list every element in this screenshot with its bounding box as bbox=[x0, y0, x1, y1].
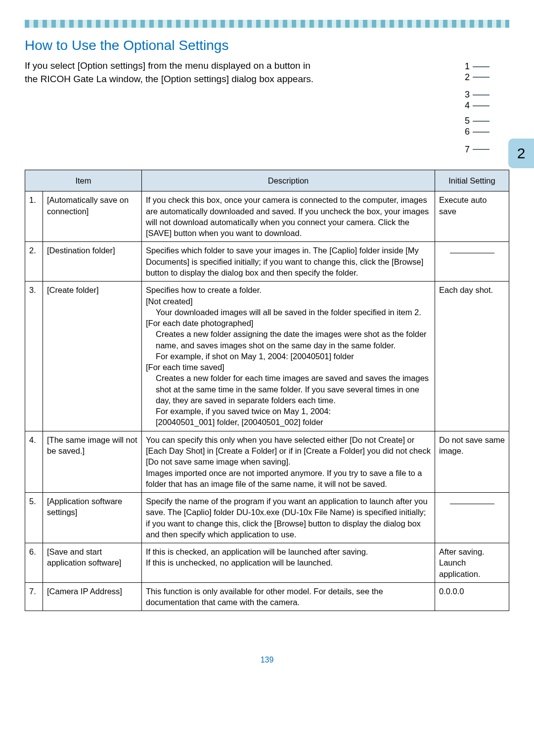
callout-leader-icon bbox=[473, 121, 490, 122]
row-number: 3. bbox=[25, 282, 43, 431]
callout-leader-icon bbox=[473, 105, 490, 106]
row-description: If you check this box, once your camera … bbox=[142, 191, 435, 242]
desc-line: Your downloaded images will all be saved… bbox=[156, 307, 431, 318]
callout-num: 6 bbox=[465, 127, 470, 138]
row-number: 7. bbox=[25, 582, 43, 611]
table-row: 1. [Automatically save on connection] If… bbox=[25, 191, 509, 242]
callout-leader-icon bbox=[473, 77, 490, 78]
callout-leader-icon bbox=[473, 66, 490, 67]
row-number: 5. bbox=[25, 493, 43, 543]
row-description: Specify the name of the program if you w… bbox=[142, 493, 435, 543]
row-item: [Automatically save on connection] bbox=[43, 191, 142, 242]
callout-line: 2 bbox=[465, 72, 490, 83]
row-item: [Camera IP Address] bbox=[43, 582, 142, 611]
table-row: 6. [Save and start application software]… bbox=[25, 543, 509, 583]
blank-line-icon bbox=[450, 504, 494, 504]
callout-line: 4 bbox=[465, 100, 490, 111]
callout-num: 5 bbox=[465, 116, 470, 127]
table-row: 7. [Camera IP Address] This function is … bbox=[25, 582, 509, 611]
callout-num: 1 bbox=[465, 61, 470, 72]
table-row: 4. [The same image will not be saved.] Y… bbox=[25, 431, 509, 492]
settings-table: Item Description Initial Setting 1. [Aut… bbox=[25, 170, 509, 611]
row-initial: Execute auto save bbox=[435, 191, 509, 242]
table-header-row: Item Description Initial Setting bbox=[25, 170, 509, 191]
col-header-initial: Initial Setting bbox=[435, 170, 509, 191]
desc-line: Specifies how to create a folder. bbox=[146, 284, 431, 295]
row-description: You can specify this only when you have … bbox=[142, 431, 435, 492]
page-title: How to Use the Optional Settings bbox=[25, 38, 509, 53]
callout-num: 2 bbox=[465, 72, 470, 83]
row-description: Specifies which folder to save your imag… bbox=[142, 242, 435, 282]
chapter-tab-number: 2 bbox=[517, 145, 526, 162]
row-description: Specifies how to create a folder. [Not c… bbox=[142, 282, 435, 431]
callout-num: 3 bbox=[465, 90, 470, 100]
row-number: 6. bbox=[25, 543, 43, 583]
decorative-top-border bbox=[25, 20, 509, 28]
row-item: [The same image will not be saved.] bbox=[43, 431, 142, 492]
desc-line: [20040501_001] folder, [20040501_002] fo… bbox=[156, 417, 431, 427]
row-initial: Do not save same image. bbox=[435, 431, 509, 492]
row-initial: 0.0.0.0 bbox=[435, 582, 509, 611]
desc-line: [Not created] bbox=[146, 296, 431, 307]
intro-text: If you select [Option settings] from the… bbox=[25, 59, 314, 86]
row-item: [Application software settings] bbox=[43, 493, 142, 543]
callout-num: 7 bbox=[465, 144, 470, 155]
desc-line: [For each time saved] bbox=[146, 362, 431, 373]
row-item: [Save and start application software] bbox=[43, 543, 142, 583]
callout-line: 7 bbox=[465, 144, 490, 155]
callout-leader-icon bbox=[473, 132, 490, 133]
callout-line: 1 bbox=[465, 61, 490, 72]
chapter-tab: 2 bbox=[508, 139, 534, 168]
row-item: [Destination folder] bbox=[43, 242, 142, 282]
row-initial bbox=[435, 493, 509, 543]
row-description: This function is only available for othe… bbox=[142, 582, 435, 611]
callout-leader-icon bbox=[473, 94, 490, 95]
row-number: 4. bbox=[25, 431, 43, 492]
row-number: 1. bbox=[25, 191, 43, 242]
desc-line: For example, if you saved twice on May 1… bbox=[156, 406, 431, 417]
row-description: If this is checked, an application will … bbox=[142, 543, 435, 583]
row-number: 2. bbox=[25, 242, 43, 282]
desc-line: [For each date photographed] bbox=[146, 318, 431, 329]
row-item: [Create folder] bbox=[43, 282, 142, 431]
row-initial: Each day shot. bbox=[435, 282, 509, 431]
callout-numbers: 1 2 3 4 5 6 7 bbox=[465, 61, 490, 155]
page-number: 139 bbox=[25, 656, 509, 664]
desc-line: Creates a new folder for each time image… bbox=[156, 373, 431, 406]
col-header-item: Item bbox=[25, 170, 142, 191]
intro-section: If you select [Option settings] from the… bbox=[25, 59, 509, 155]
desc-line: Creates a new folder assigning the date … bbox=[156, 329, 431, 351]
table-row: 3. [Create folder] Specifies how to crea… bbox=[25, 282, 509, 431]
blank-line-icon bbox=[450, 253, 494, 253]
callout-line: 6 bbox=[465, 127, 490, 138]
callout-line: 5 bbox=[465, 116, 490, 127]
col-header-description: Description bbox=[142, 170, 435, 191]
callout-num: 4 bbox=[465, 100, 470, 111]
table-row: 2. [Destination folder] Specifies which … bbox=[25, 242, 509, 282]
row-initial bbox=[435, 242, 509, 282]
table-row: 5. [Application software settings] Speci… bbox=[25, 493, 509, 543]
desc-line: For example, if shot on May 1, 2004: [20… bbox=[156, 351, 431, 362]
callout-line: 3 bbox=[465, 90, 490, 100]
row-initial: After saving. Launch application. bbox=[435, 543, 509, 583]
callout-leader-icon bbox=[473, 149, 490, 150]
